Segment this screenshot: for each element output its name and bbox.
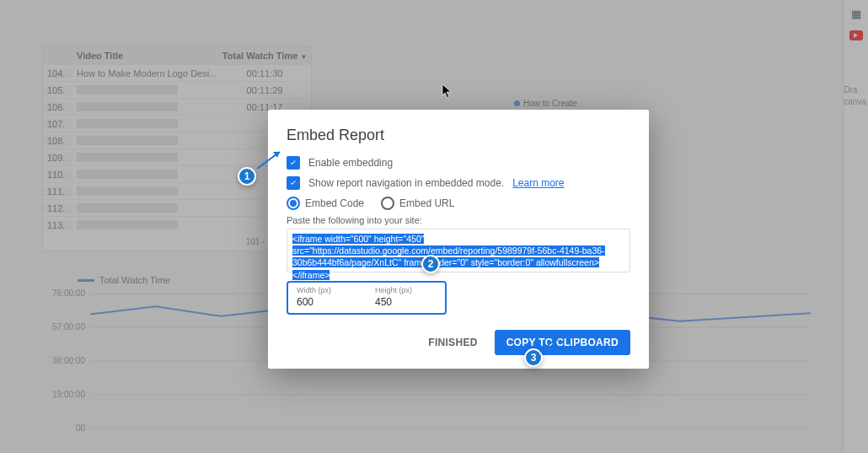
mouse-cursor-icon xyxy=(442,84,453,99)
width-input[interactable] xyxy=(297,296,358,308)
dimensions-box: Width (px) Height (px) xyxy=(287,281,447,315)
checkmark-icon xyxy=(288,178,298,188)
embed-code-textarea[interactable]: <iframe width="600" height="450" src="ht… xyxy=(287,229,630,272)
width-label: Width (px) xyxy=(297,286,358,294)
show-navigation-label: Show report navigation in embedded mode. xyxy=(308,177,504,189)
paste-instruction: Paste the following into your site: xyxy=(287,215,630,225)
enable-embedding-checkbox[interactable] xyxy=(287,156,300,170)
checkmark-icon xyxy=(288,158,298,168)
finished-button[interactable]: FINISHED xyxy=(420,330,485,355)
height-label: Height (px) xyxy=(375,286,437,294)
show-navigation-checkbox[interactable] xyxy=(287,176,300,190)
annotation-arrow-1 xyxy=(253,148,287,173)
embed-report-dialog: Embed Report Enable embedding Show repor… xyxy=(268,110,649,369)
embed-code-radio[interactable]: Embed Code xyxy=(287,197,364,210)
annotation-arrow-3 xyxy=(536,331,570,356)
dialog-title: Embed Report xyxy=(287,127,630,144)
learn-more-link[interactable]: Learn more xyxy=(512,177,564,189)
height-input[interactable] xyxy=(375,296,437,308)
enable-embedding-label: Enable embedding xyxy=(308,157,393,169)
embed-url-radio[interactable]: Embed URL xyxy=(381,197,454,210)
annotation-2: 2 xyxy=(421,255,440,273)
